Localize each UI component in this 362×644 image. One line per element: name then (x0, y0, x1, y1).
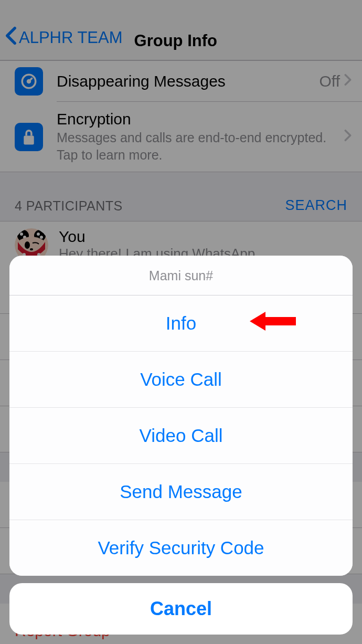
action-sheet-group: Mami sun# Info Voice Call Video Call Sen… (9, 256, 353, 576)
action-verify-security[interactable]: Verify Security Code (9, 520, 353, 576)
svg-marker-16 (250, 312, 296, 331)
action-sheet-title: Mami sun# (9, 256, 353, 295)
arrow-annotation-icon (250, 310, 296, 337)
action-sheet: Mami sun# Info Voice Call Video Call Sen… (9, 256, 353, 635)
action-info-label: Info (166, 313, 196, 333)
action-video-call[interactable]: Video Call (9, 408, 353, 464)
cancel-button[interactable]: Cancel (9, 583, 353, 635)
action-send-message[interactable]: Send Message (9, 464, 353, 520)
action-info[interactable]: Info (9, 295, 353, 352)
action-voice-call[interactable]: Voice Call (9, 352, 353, 408)
